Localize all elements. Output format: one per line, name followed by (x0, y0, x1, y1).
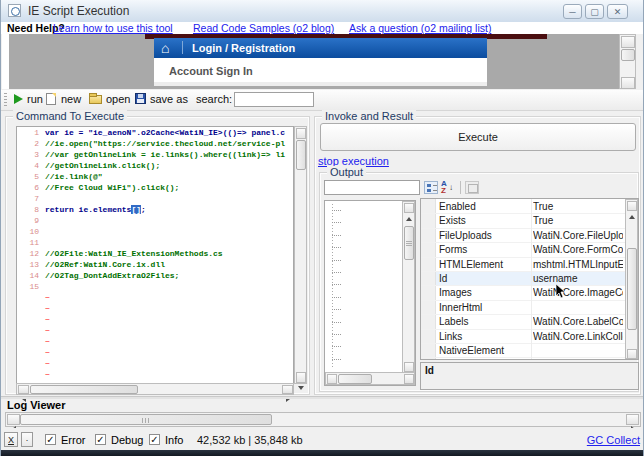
categorized-icon[interactable] (424, 181, 438, 194)
code-line[interactable]: 4//getOnlineLink.click(); (17, 160, 293, 171)
log-scroll-left-icon[interactable] (7, 414, 20, 425)
editor-hscroll-thumb[interactable] (30, 385, 138, 394)
log-close-button[interactable]: X (4, 432, 18, 447)
grid-column-divider[interactable] (531, 199, 532, 359)
code-line[interactable]: 15 (17, 281, 293, 292)
property-row[interactable]: FileUploadsWatiN.Core.FileUploadCollecti… (421, 229, 625, 243)
grid-vscrollbar[interactable] (625, 199, 638, 359)
tree-vscrollbar[interactable] (402, 201, 415, 373)
tree-hscrollbar[interactable] (325, 372, 415, 385)
editor-vscrollbar[interactable] (294, 126, 307, 384)
property-row[interactable]: Idusername (421, 272, 625, 286)
help-link-samples[interactable]: Read Code Samples (o2 blog) (193, 22, 334, 34)
close-button[interactable]: ✕ (607, 4, 628, 19)
property-row[interactable]: InnerHtml (421, 301, 625, 315)
tree-node[interactable] (325, 303, 401, 315)
tree-scroll-up-icon[interactable] (404, 203, 414, 213)
help-link-learn[interactable]: Learn how to use this tool (53, 22, 173, 34)
code-line[interactable]: 6//Free Cloud WiFi").click(); (17, 182, 293, 193)
code-line[interactable]: 14//O2Tag_DontAddExtraO2Files; (17, 270, 293, 281)
open-button[interactable]: open (106, 93, 130, 105)
new-button[interactable]: new (61, 93, 81, 105)
minimize-button[interactable]: ─ (563, 4, 582, 19)
code-editor[interactable]: 1var ie = "ie_aenoN".o2Cache<WatiN_IE>((… (16, 126, 294, 384)
property-row[interactable]: ExistsTrue (421, 214, 625, 228)
tree-scroll-down-icon[interactable] (404, 362, 414, 372)
editor-hscrollbar[interactable] (16, 383, 294, 395)
alphabetical-sort-icon[interactable]: A Z ↓ (441, 180, 455, 195)
property-row[interactable]: ImagesWatiN.Core.ImageCollection (421, 286, 625, 300)
horizontal-splitter[interactable] (1, 396, 644, 399)
property-row[interactable]: NextSibling (421, 358, 625, 360)
tree-node[interactable] (325, 328, 401, 340)
grid-scroll-down-icon[interactable] (627, 349, 637, 359)
toolbar-grip[interactable] (4, 93, 7, 107)
maximize-button[interactable]: ▢ (585, 4, 604, 19)
error-checkbox[interactable]: ✓ (45, 434, 56, 445)
tree-node[interactable] (325, 340, 401, 352)
tree-node[interactable] (325, 216, 401, 228)
output-tree[interactable] (324, 200, 416, 386)
tree-hscroll-thumb[interactable] (338, 374, 372, 384)
code-line[interactable]: 13//O2Ref:WatiN.Core.1x.dll (17, 259, 293, 270)
property-row[interactable]: HTMLElementmshtml.HTMLInputElementClass (421, 258, 625, 272)
tree-node[interactable] (325, 241, 401, 253)
property-row[interactable]: FormsWatiN.Core.FormCollection (421, 243, 625, 257)
code-line[interactable]: 1var ie = "ie_aenoN".o2Cache<WatiN_IE>((… (17, 127, 293, 138)
browser-scroll-down-icon[interactable] (621, 77, 635, 89)
output-filter-input[interactable] (324, 180, 420, 195)
editor-scroll-down-icon[interactable] (296, 372, 306, 383)
grid-scroll-up-icon[interactable] (627, 201, 637, 211)
info-checkbox-label[interactable]: Info (165, 434, 183, 446)
tree-node[interactable] (325, 316, 401, 328)
editor-scroll-left-icon[interactable] (18, 385, 29, 394)
property-row[interactable]: LabelsWatiN.Core.LabelCollection (421, 315, 625, 329)
browser-scroll-thumb[interactable] (621, 49, 635, 61)
tree-node[interactable] (325, 229, 401, 241)
tree-node[interactable] (325, 291, 401, 303)
error-checkbox-label[interactable]: Error (61, 434, 85, 446)
code-line[interactable]: 12//O2File:WatiN_IE_ExtensionMethods.cs (17, 248, 293, 259)
tree-vscroll-thumb[interactable] (404, 226, 414, 260)
browser-scrollbar[interactable] (619, 34, 636, 89)
search-input[interactable] (234, 92, 314, 107)
log-dot-button[interactable]: . (21, 432, 33, 447)
tree-node[interactable] (325, 204, 401, 216)
debug-checkbox-label[interactable]: Debug (111, 434, 143, 446)
property-row[interactable]: EnabledTrue (421, 200, 625, 214)
tree-scroll-left-icon[interactable] (327, 374, 337, 384)
home-icon[interactable]: ⌂ (161, 40, 169, 56)
code-line[interactable]: 10 (17, 226, 293, 237)
tree-node[interactable] (325, 254, 401, 266)
run-button[interactable]: run (27, 93, 43, 105)
info-checkbox[interactable]: ✓ (149, 434, 160, 445)
log-hscroll-thumb[interactable] (20, 414, 272, 425)
log-scroll-right-icon[interactable] (626, 414, 639, 425)
code-line[interactable]: 5//ie.link(@" (17, 171, 293, 182)
code-line[interactable]: 9 (17, 215, 293, 226)
property-row[interactable]: NativeElement (421, 344, 625, 358)
save-as-button[interactable]: save as (150, 93, 188, 105)
execute-button[interactable]: Execute (320, 123, 636, 151)
code-line[interactable]: 11 (17, 237, 293, 248)
code-line[interactable]: 7 (17, 193, 293, 204)
browser-scroll-up-icon[interactable] (621, 36, 635, 48)
tree-scroll-right-icon[interactable] (404, 374, 414, 384)
log-viewer-hscrollbar[interactable] (5, 412, 641, 427)
editor-scroll-right-icon[interactable] (282, 385, 293, 394)
log-viewer-title: Log Viewer (7, 399, 65, 411)
editor-scroll-up-icon[interactable] (296, 128, 306, 139)
code-line[interactable]: 2//ie.open("https://service.thecloud.net… (17, 138, 293, 149)
tree-node[interactable] (325, 278, 401, 290)
tree-node[interactable] (325, 266, 401, 278)
code-line[interactable]: 3//var getOnlineLink = ie.links().where(… (17, 149, 293, 160)
code-line[interactable]: 8return ie.elements[]; (17, 204, 293, 215)
grid-vscroll-thumb[interactable] (627, 248, 637, 330)
debug-checkbox[interactable]: ✓ (95, 434, 106, 445)
property-grid[interactable]: EnabledTrueExistsTrueFileUploadsWatiN.Co… (420, 198, 639, 360)
help-link-ask[interactable]: Ask a question (o2 mailing list) (349, 22, 491, 34)
tree-node[interactable] (325, 353, 401, 365)
gc-collect-link[interactable]: GC Collect (587, 434, 640, 446)
editor-vscroll-thumb[interactable] (296, 140, 306, 170)
property-row[interactable]: LinksWatiN.Core.LinkCollection (421, 330, 625, 344)
